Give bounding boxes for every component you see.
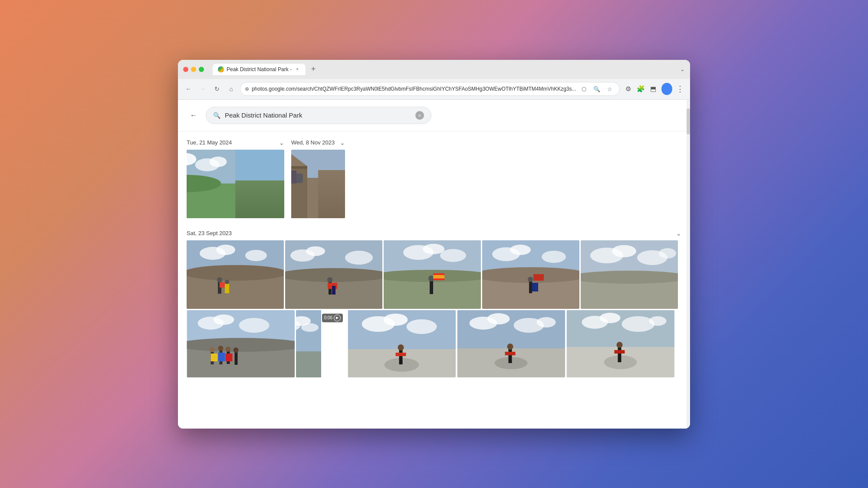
date-section-sept-2023: Sat, 23 Sept 2023 ⌄	[187, 226, 681, 377]
date-header-sept-2023[interactable]: Sat, 23 Sept 2023 ⌄	[187, 226, 681, 240]
extensions-icon[interactable]: 🧩	[636, 84, 645, 94]
search-input-container[interactable]: 🔍 Peak District National Park ×	[206, 107, 431, 124]
page-content: ← 🔍 Peak District National Park × Tue, 2…	[178, 100, 690, 429]
tab-list-chevron[interactable]: ⌄	[680, 66, 685, 72]
nav-bar: ← → ↻ ⌂ ⊕ photos.google.com/search/ChtQZ…	[178, 79, 690, 100]
video-duration: 0:06	[324, 315, 332, 320]
photo-sept-standing3[interactable]	[566, 310, 674, 377]
svg-point-112	[621, 316, 654, 332]
video-duration-badge: 0:06 ▶	[322, 314, 343, 322]
svg-rect-107	[505, 352, 515, 355]
svg-point-34	[306, 246, 325, 256]
bookmark-icon[interactable]: ☆	[605, 84, 615, 94]
svg-point-113	[649, 316, 666, 326]
svg-rect-28	[225, 284, 229, 293]
photo-item-building[interactable]	[291, 150, 345, 218]
browser-menu-icon[interactable]: ⋮	[676, 84, 685, 94]
date-label-nov-2023: Wed, 8 Nov 2023	[291, 139, 335, 146]
address-text: photos.google.com/search/ChtQZWFrIERpc3R…	[252, 86, 576, 92]
settings-icon[interactable]: ⚙	[623, 84, 632, 94]
scrollbar-thumb[interactable]	[687, 108, 690, 134]
svg-rect-17	[291, 166, 307, 169]
svg-point-80	[225, 347, 230, 352]
svg-rect-115	[618, 347, 621, 362]
back-button[interactable]: ←	[183, 83, 194, 95]
profile-icon[interactable]	[661, 83, 672, 95]
svg-rect-46	[430, 280, 433, 294]
svg-point-111	[599, 313, 620, 323]
cast-icon[interactable]: ⬒	[649, 84, 658, 94]
svg-point-71	[213, 314, 234, 325]
open-new-tab-icon[interactable]: ⬡	[579, 84, 589, 94]
svg-rect-97	[395, 353, 406, 356]
address-bar[interactable]: ⊕ photos.google.com/search/ChtQZWFrIERpc…	[240, 82, 620, 96]
photo-item-landscape-2024[interactable]	[187, 150, 284, 218]
svg-point-64	[612, 245, 636, 257]
date-chevron-sept-2023[interactable]: ⌄	[676, 230, 681, 237]
date-header-nov-2023[interactable]: Wed, 8 Nov 2023 ⌄	[291, 136, 345, 150]
svg-point-77	[218, 346, 223, 351]
play-icon: ▶	[334, 314, 341, 321]
svg-point-37	[327, 277, 332, 282]
photo-sept-moors2[interactable]	[285, 240, 382, 309]
search-clear-button[interactable]: ×	[415, 111, 424, 120]
photo-sept-moors1[interactable]	[187, 240, 284, 309]
photo-sept-standing2[interactable]	[457, 310, 565, 377]
date-section-may-2024: Tue, 21 May 2024 ⌄	[187, 136, 284, 219]
svg-point-83	[233, 347, 238, 353]
reload-button[interactable]: ↻	[211, 83, 222, 95]
close-traffic-light[interactable]	[183, 67, 188, 72]
zoom-icon[interactable]: 🔍	[592, 84, 602, 94]
svg-point-106	[507, 344, 513, 350]
date-label-may-2024: Tue, 21 May 2024	[187, 139, 232, 146]
svg-rect-49	[433, 275, 444, 278]
photo-sept-moors4[interactable]	[482, 240, 579, 309]
svg-rect-82	[234, 352, 237, 365]
photo-sept-group[interactable]	[187, 310, 295, 377]
page-back-button[interactable]: ←	[187, 108, 201, 122]
photo-row-sept-2023-row1	[187, 240, 681, 309]
photo-sept-moors3[interactable]	[384, 240, 481, 309]
svg-point-21	[187, 265, 284, 281]
svg-point-57	[528, 277, 533, 282]
maximize-traffic-light[interactable]	[199, 67, 204, 72]
search-value: Peak District National Park	[225, 111, 411, 119]
date-label-sept-2023: Sat, 23 Sept 2023	[187, 230, 232, 236]
date-section-nov-2023: Wed, 8 Nov 2023 ⌄	[291, 136, 345, 219]
minimize-traffic-light[interactable]	[191, 67, 196, 72]
svg-rect-16	[291, 170, 296, 183]
date-header-may-2024[interactable]: Tue, 21 May 2024 ⌄	[187, 136, 284, 150]
photos-area: Tue, 21 May 2024 ⌄	[178, 131, 690, 429]
address-actions: ⬡ 🔍 ☆	[579, 84, 615, 94]
date-chevron-nov-2023[interactable]: ⌄	[340, 139, 345, 146]
browser-window: Peak District National Park - × + ⌄ ← → …	[178, 60, 690, 429]
tab-close-button[interactable]: ×	[294, 66, 300, 72]
svg-point-88	[301, 323, 319, 332]
svg-point-93	[406, 319, 437, 334]
forward-button[interactable]: →	[197, 83, 208, 95]
svg-point-92	[383, 314, 408, 326]
photo-sept-standing1[interactable]	[348, 310, 456, 377]
svg-point-72	[239, 318, 269, 333]
home-button[interactable]: ⌂	[226, 83, 237, 95]
svg-point-45	[440, 249, 466, 262]
svg-point-69	[187, 338, 295, 352]
date-chevron-may-2024[interactable]: ⌄	[279, 139, 284, 146]
tab-title: Peak District National Park -	[227, 66, 292, 72]
svg-rect-59	[532, 283, 538, 291]
photo-row-sept-2023-row2: 0:06 ▶	[187, 310, 681, 377]
photo-sept-moors5[interactable]	[581, 240, 678, 309]
new-tab-button[interactable]: +	[307, 63, 319, 75]
svg-point-74	[209, 347, 214, 352]
active-tab[interactable]: Peak District National Park - ×	[213, 64, 306, 75]
svg-point-23	[216, 245, 235, 255]
svg-point-116	[616, 342, 622, 348]
photo-row-may-2024	[187, 150, 284, 218]
title-bar: Peak District National Park - × + ⌄	[178, 60, 690, 79]
scrollbar[interactable]	[687, 100, 690, 429]
photo-sept-sky-video[interactable]: 0:06 ▶	[296, 310, 346, 377]
svg-rect-98	[457, 310, 565, 348]
svg-point-32	[285, 268, 382, 282]
svg-point-29	[225, 280, 229, 284]
svg-rect-56	[529, 281, 532, 293]
